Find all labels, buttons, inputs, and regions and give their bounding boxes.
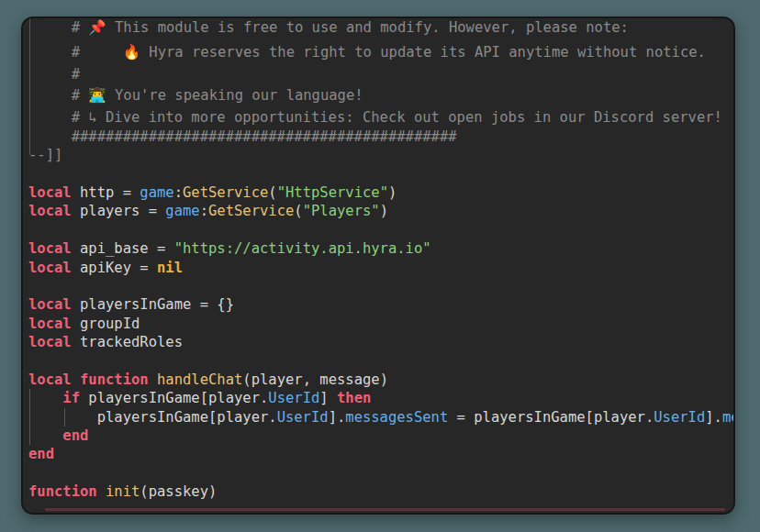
- code-token-plain: ].: [705, 409, 722, 426]
- code-token-keyword: end: [28, 446, 54, 462]
- code-token-string: "https://activity.api.hyra.io": [174, 240, 431, 257]
- code-token-keyword: local: [28, 334, 72, 350]
- code-token-plain: ): [388, 184, 397, 201]
- code-token-comment: # 🔥 Hyra reserves the right to update it…: [28, 44, 706, 61]
- code-line: [28, 277, 733, 295]
- code-token-plain: [28, 427, 62, 444]
- code-token-keyword: local: [28, 184, 72, 201]
- code-line: if playersInGame[player.UserId] then: [28, 389, 733, 407]
- code-token-keyword: local: [28, 240, 72, 257]
- code-token-plain: (passkey): [140, 483, 217, 500]
- code-line: [28, 165, 733, 183]
- code-token-plain: playersInGame[player.: [80, 390, 268, 406]
- code-token-keyword: local: [28, 203, 72, 219]
- code-token-plain: [149, 371, 157, 388]
- code-line: local function handleChat(player, messag…: [28, 371, 733, 389]
- code-line: local groupId: [28, 315, 733, 333]
- code-token-comment: # ↳ Dive into more opportunities: Check …: [28, 109, 722, 126]
- code-line: local apiKey = nil: [28, 259, 733, 277]
- code-token-keyword: then: [337, 390, 371, 406]
- code-line: ########################################…: [28, 127, 733, 146]
- code-token-comment: ########################################…: [28, 128, 457, 145]
- code-token-comment: --]]: [28, 147, 62, 163]
- code-editor-window: # 📌 This module is free to use and modif…: [21, 17, 735, 515]
- code-token-plain: :: [174, 184, 183, 201]
- code-token-nil: nil: [157, 260, 183, 276]
- code-token-plain: (: [268, 184, 276, 201]
- code-token-plain: (: [294, 203, 302, 219]
- code-line: [28, 464, 733, 482]
- code-token-keyword: function: [28, 483, 97, 500]
- code-line: local playersInGame = {}: [28, 295, 733, 314]
- code-token-func: handleChat: [157, 371, 242, 388]
- code-token-string: "Players": [303, 203, 380, 219]
- code-token-blue: game: [140, 184, 173, 201]
- code-token-blue: UserId: [277, 409, 329, 426]
- code-token-comment: # 👨‍💻 You're speaking our language!: [28, 87, 363, 104]
- code-token-blue: game: [165, 203, 199, 219]
- code-line: local api_base = "https://activity.api.h…: [28, 239, 733, 258]
- code-line: playersInGame[player.UserId].messagesSen…: [28, 408, 733, 427]
- code-token-plain: (player, message): [242, 371, 388, 388]
- code-token-blue: UserId: [654, 409, 705, 426]
- code-token-plain: apiKey =: [72, 260, 157, 276]
- code-token-comment: # 📌 This module is free to use and modif…: [28, 19, 629, 36]
- code-line: end: [28, 445, 733, 463]
- code-token-string: "HttpService": [277, 184, 388, 201]
- code-token-plain: ]: [319, 390, 337, 406]
- code-line: # 📌 This module is free to use and modif…: [28, 17, 733, 40]
- code-token-plain: ): [380, 203, 388, 219]
- code-token-keyword: local: [28, 316, 72, 332]
- code-token-plain: groupId: [72, 316, 140, 332]
- code-token-comment: #: [28, 66, 80, 83]
- code-line: local http = game:GetService("HttpServic…: [28, 183, 733, 202]
- code-token-plain: ].: [329, 409, 346, 426]
- code-line: #: [28, 65, 733, 83]
- code-token-plain: [97, 483, 106, 500]
- code-line: function init(passkey): [28, 482, 733, 501]
- code-token-blue: UserId: [268, 390, 319, 406]
- code-line: # ↳ Dive into more opportunities: Check …: [28, 108, 733, 127]
- code-token-plain: playersInGame = {}: [72, 296, 234, 313]
- code-token-plain: trackedRoles: [72, 334, 183, 350]
- code-token-keyword: local: [28, 260, 72, 276]
- code-token-keyword: local function: [28, 371, 149, 388]
- code-token-keyword: local: [28, 296, 72, 313]
- code-token-keyword: if: [62, 390, 80, 406]
- code-editor[interactable]: # 📌 This module is free to use and modif…: [23, 17, 733, 513]
- code-line: end: [28, 427, 733, 445]
- partially-visible-next-line: [45, 508, 725, 511]
- code-line: # 👨‍💻 You're speaking our language!: [28, 83, 733, 108]
- code-line: --]]: [28, 146, 733, 164]
- code-token-plain: = playersInGame[player.: [448, 409, 654, 426]
- code-token-plain: api_base =: [72, 240, 174, 257]
- code-token-func: init: [106, 483, 140, 500]
- code-line: local trackedRoles: [28, 333, 733, 351]
- desktop-background: { "colors": { "outer_bg": "#4e6a6e", "ed…: [0, 0, 760, 532]
- code-token-plain: :: [200, 203, 208, 219]
- code-token-plain: playersInGame[player.: [28, 409, 277, 426]
- code-token-plain: [28, 390, 62, 406]
- code-token-blue: messagesSent: [722, 409, 733, 426]
- code-token-plain: players =: [72, 203, 166, 219]
- code-line: [28, 221, 733, 239]
- code-token-func: GetService: [208, 203, 294, 219]
- code-line: local players = game:GetService("Players…: [28, 202, 733, 220]
- code-line: # 🔥 Hyra reserves the right to update it…: [28, 40, 733, 65]
- code-token-blue: messagesSent: [345, 409, 448, 426]
- code-token-plain: http =: [72, 184, 140, 201]
- code-line: [28, 351, 733, 370]
- code-token-func: GetService: [183, 184, 268, 201]
- code-token-keyword: end: [62, 427, 88, 444]
